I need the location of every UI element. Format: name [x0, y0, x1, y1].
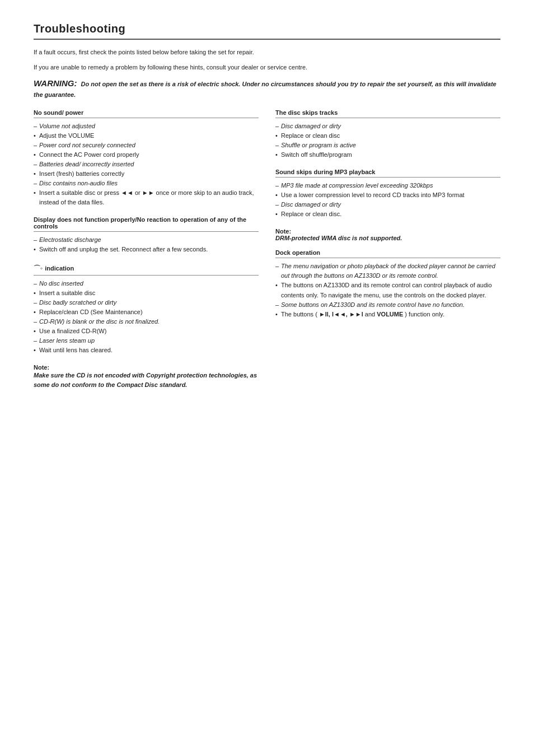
note-cd-block: Note: Make sure the CD is not encoded wi…	[34, 364, 259, 390]
section-sound-skips: Sound skips during MP3 playback MP3 file…	[275, 169, 500, 219]
page-title: Troubleshooting	[34, 22, 500, 40]
button-icons: ►ll, l◄◄, ►►l	[319, 311, 363, 318]
list-item: Replace/clean CD (See Maintenance)	[34, 307, 259, 317]
section-display: Display does not function properly/No re…	[34, 216, 259, 254]
warning-text: Do not open the set as there is a risk o…	[34, 81, 496, 98]
warning-block: WARNING: Do not open the set as there is…	[34, 77, 500, 99]
list-item: Power cord not securely connected	[34, 141, 259, 150]
volume-label: VOLUME	[377, 311, 403, 318]
display-list: Electrostatic discharge Switch off and u…	[34, 235, 259, 254]
section-disc-skips: The disc skips tracks Disc damaged or di…	[275, 109, 500, 160]
note-cd-label: Note:	[34, 364, 49, 371]
no-sound-list: Volume not adjusted Adjust the VOLUME Po…	[34, 122, 259, 207]
list-item: Disc badly scratched or dirty	[34, 298, 259, 307]
note-mp3-block: Note: DRM-protected WMA disc is not supp…	[275, 228, 500, 241]
section-dock-title: Dock operation	[275, 249, 500, 258]
sound-skips-list: MP3 file made at compression level excee…	[275, 181, 500, 219]
list-item: MP3 file made at compression level excee…	[275, 181, 500, 190]
indication-label: indication	[45, 265, 74, 272]
left-column: No sound/ power Volume not adjusted Adju…	[34, 109, 259, 390]
warning-label: WARNING:	[34, 78, 77, 88]
list-item: The buttons ( ►ll, l◄◄, ►►l and VOLUME )…	[275, 310, 500, 319]
list-item: Use a finalized CD-R(W)	[34, 326, 259, 336]
disc-skips-list: Disc damaged or dirty Replace or clean d…	[275, 122, 500, 160]
right-column: The disc skips tracks Disc damaged or di…	[275, 109, 500, 390]
section-no-sound: No sound/ power Volume not adjusted Adju…	[34, 109, 259, 207]
list-item: No disc inserted	[34, 279, 259, 288]
list-item: Disc damaged or dirty	[275, 200, 500, 209]
list-item: Adjust the VOLUME	[34, 131, 259, 141]
list-item: Insert (fresh) batteries correctly	[34, 169, 259, 179]
list-item: Insert a suitable disc or press ◄◄ or ►►…	[34, 188, 259, 207]
list-item: The buttons on AZ1330D and its remote co…	[275, 281, 500, 300]
intro-line2: If you are unable to remedy a problem by…	[34, 63, 500, 72]
list-item: Insert a suitable disc	[34, 288, 259, 298]
dock-list: The menu navigation or photo playback of…	[275, 262, 500, 319]
section-disc-skips-title: The disc skips tracks	[275, 109, 500, 118]
section-indication-title: ⌒◦ indication	[34, 264, 259, 276]
list-item: Use a lower compression level to record …	[275, 190, 500, 200]
list-item: Some buttons on AZ1330D and its remote c…	[275, 300, 500, 310]
list-item: Replace or clean disc.	[275, 209, 500, 219]
section-no-sound-title: No sound/ power	[34, 109, 259, 118]
section-sound-skips-title: Sound skips during MP3 playback	[275, 169, 500, 178]
list-item: Laser lens steam up	[34, 336, 259, 346]
indication-symbol: ⌒◦	[34, 264, 43, 273]
list-item: Switch off and unplug the set. Reconnect…	[34, 245, 259, 254]
note-cd-text: Make sure the CD is not encoded with Cop…	[34, 372, 257, 388]
section-dock: Dock operation The menu navigation or ph…	[275, 249, 500, 319]
list-item: The menu navigation or photo playback of…	[275, 262, 500, 281]
list-item: Volume not adjusted	[34, 122, 259, 131]
intro-line1: If a fault occurs, first check the point…	[34, 48, 500, 57]
list-item: Connect the AC Power cord properly	[34, 150, 259, 160]
main-columns: No sound/ power Volume not adjusted Adju…	[34, 109, 500, 390]
list-item: Replace or clean disc	[275, 131, 500, 141]
list-item: CD-R(W) is blank or the disc is not fina…	[34, 317, 259, 326]
list-item: Disc damaged or dirty	[275, 122, 500, 131]
drm-note-text: DRM-protected WMA disc is not supported.	[275, 235, 402, 241]
list-item: Disc contains non-audio files	[34, 179, 259, 188]
note-mp3-label: Note:	[275, 228, 291, 235]
list-item: Electrostatic discharge	[34, 235, 259, 245]
list-item: Shuffle or program is active	[275, 141, 500, 150]
list-item: Switch off shuffle/program	[275, 150, 500, 160]
list-item: Batteries dead/ incorrectly inserted	[34, 160, 259, 169]
section-display-title: Display does not function properly/No re…	[34, 216, 259, 232]
indication-list: No disc inserted Insert a suitable disc …	[34, 279, 259, 355]
section-indication: ⌒◦ indication No disc inserted Insert a …	[34, 264, 259, 355]
list-item: Wait until lens has cleared.	[34, 346, 259, 355]
